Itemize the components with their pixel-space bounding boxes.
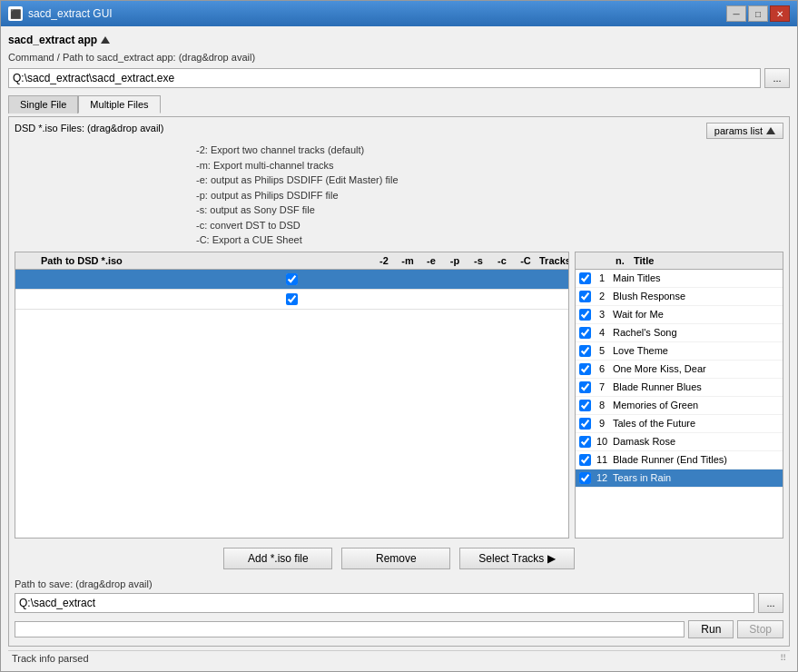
track-row[interactable]: 1Main Titles — [576, 270, 783, 288]
track-title: Blade Runner Blues — [613, 381, 779, 392]
track-number: 5 — [591, 345, 613, 356]
track-number: 12 — [591, 472, 613, 483]
close-button[interactable]: ✕ — [770, 5, 790, 22]
track-row[interactable]: 9Tales of the Future — [576, 415, 783, 433]
minimize-button[interactable]: ─ — [726, 5, 746, 22]
track-checkbox[interactable] — [579, 327, 591, 339]
tracks-body: 1Main Titles2Blush Response3Wait for Me4… — [576, 270, 783, 539]
header-cols: -s — [467, 252, 490, 269]
save-path-row: ... — [15, 593, 783, 613]
tab-header-row: DSD *.iso Files: (drag&drop avail) param… — [15, 123, 783, 139]
track-checkbox[interactable] — [579, 363, 591, 375]
header-tracks: Tracks — [537, 252, 568, 269]
title-bar: ⬛ sacd_extract GUI ─ □ ✕ — [1, 1, 797, 26]
track-number: 2 — [591, 291, 613, 301]
track-row[interactable]: 4Rachel's Song — [576, 324, 783, 342]
save-path-input[interactable] — [15, 593, 754, 613]
maximize-button[interactable]: □ — [748, 5, 768, 22]
tab-single-file[interactable]: Single File — [8, 95, 78, 114]
track-title: Blush Response — [613, 291, 779, 301]
command-browse-button[interactable]: ... — [764, 68, 790, 88]
main-content: sacd_extract app Command / Path to sacd_… — [1, 26, 797, 671]
track-checkbox[interactable] — [579, 436, 591, 448]
track-checkbox[interactable] — [579, 381, 591, 393]
stop-button[interactable]: Stop — [737, 620, 783, 638]
app-header-label: sacd_extract app — [8, 34, 97, 46]
track-row[interactable]: 11Blade Runner (End Titles) — [576, 451, 783, 469]
app-collapse-icon[interactable] — [101, 36, 110, 44]
track-number: 7 — [591, 381, 613, 392]
remove-button[interactable]: Remove — [341, 548, 450, 569]
track-number: 6 — [591, 363, 613, 374]
save-browse-button[interactable]: ... — [758, 593, 783, 613]
track-row[interactable]: 6One More Kiss, Dear — [576, 361, 783, 379]
desc-5: -s: output as Sony DSF file — [196, 203, 783, 218]
track-row[interactable]: 2Blush Response — [576, 288, 783, 306]
track-checkbox[interactable] — [579, 454, 591, 466]
command-path-input[interactable] — [8, 68, 761, 88]
track-row[interactable]: 7Blade Runner Blues — [576, 379, 783, 397]
track-title: One More Kiss, Dear — [613, 363, 779, 374]
track-checkbox[interactable] — [579, 472, 591, 484]
track-row[interactable]: 3Wait for Me — [576, 306, 783, 324]
track-number: 9 — [591, 418, 613, 429]
header-colc: -c — [490, 252, 514, 269]
save-label: Path to save: (drag&drop avail) — [15, 578, 783, 589]
row1-path: Q:\sacd_extract\Audio Fidelity - Blade R… — [568, 271, 569, 287]
title-bar-left: ⬛ sacd_extract GUI — [8, 6, 113, 21]
track-title: Memories of Green — [613, 400, 779, 410]
header-path: Path to DSD *.iso — [37, 252, 372, 269]
window-title: sacd_extract GUI — [28, 7, 113, 20]
run-bar: Run Stop — [15, 617, 783, 640]
track-checkbox[interactable] — [579, 291, 591, 302]
status-text: Track info parsed — [12, 653, 89, 664]
track-title: Love Theme — [613, 345, 779, 356]
dsd-files-label: DSD *.iso Files: (drag&drop avail) — [15, 123, 163, 133]
tracks-panel: n. Title 1Main Titles2Blush Response3Wai… — [575, 252, 783, 539]
track-row[interactable]: 10Damask Rose — [576, 433, 783, 451]
track-number: 8 — [591, 400, 613, 410]
track-row[interactable]: 8Memories of Green — [576, 397, 783, 415]
track-checkbox[interactable] — [579, 272, 591, 284]
header-col2: -2 — [372, 252, 396, 269]
desc-6: -c: convert DST to DSD — [196, 218, 783, 233]
track-row[interactable]: 12Tears in Rain — [576, 469, 783, 488]
app-icon: ⬛ — [8, 6, 23, 21]
track-checkbox[interactable] — [579, 309, 591, 321]
track-title: Wait for Me — [613, 309, 779, 320]
row1-checkbox[interactable] — [286, 273, 298, 285]
track-row[interactable]: 5Love Theme — [576, 342, 783, 361]
desc-7: -C: Export a CUE Sheet — [196, 232, 783, 248]
table-row[interactable]: Q:\sacd_extract\Audio Fidelity - Blade R… — [15, 270, 568, 290]
track-title: Tales of the Future — [613, 418, 779, 429]
progress-bar — [15, 621, 685, 637]
tracks-header-title: Title — [634, 255, 779, 266]
params-list-button[interactable]: params list — [706, 123, 783, 139]
row2-checkbox[interactable] — [286, 293, 298, 305]
header-colC: -C — [514, 252, 537, 269]
track-number: 4 — [591, 327, 613, 338]
tab-content: DSD *.iso Files: (drag&drop avail) param… — [8, 116, 790, 647]
tracks-header: n. Title — [576, 252, 783, 270]
desc-4: -p: output as Philips DSDIFF file — [196, 188, 783, 203]
header-colp: -p — [443, 252, 467, 269]
table-row[interactable]: Q:\sacd_extract\RCO - Mussorgsky Ravel -… — [15, 290, 568, 310]
add-iso-button[interactable]: Add *.iso file — [223, 548, 332, 569]
track-checkbox[interactable] — [579, 345, 591, 357]
status-bar: Track info parsed ⠿ — [8, 650, 790, 666]
track-title: Damask Rose — [613, 436, 779, 447]
desc-1: -2: Export two channel tracks (default) — [196, 143, 783, 158]
track-title: Main Titles — [613, 272, 779, 283]
select-tracks-button[interactable]: Select Tracks ▶ — [459, 548, 574, 569]
header-check — [15, 252, 37, 269]
run-button[interactable]: Run — [688, 620, 734, 638]
tab-multiple-files[interactable]: Multiple Files — [78, 95, 160, 114]
command-label: Command / Path to sacd_extract app: (dra… — [8, 52, 790, 63]
track-checkbox[interactable] — [579, 418, 591, 430]
main-area: Path to DSD *.iso -2 -m -e -p -s -c -C T… — [15, 252, 783, 539]
main-window: ⬛ sacd_extract GUI ─ □ ✕ sacd_extract ap… — [0, 0, 798, 672]
track-number: 10 — [591, 436, 613, 447]
desc-3: -e: output as Philips DSDIFF (Edit Maste… — [196, 173, 783, 188]
track-checkbox[interactable] — [579, 400, 591, 411]
track-number: 11 — [591, 454, 613, 465]
